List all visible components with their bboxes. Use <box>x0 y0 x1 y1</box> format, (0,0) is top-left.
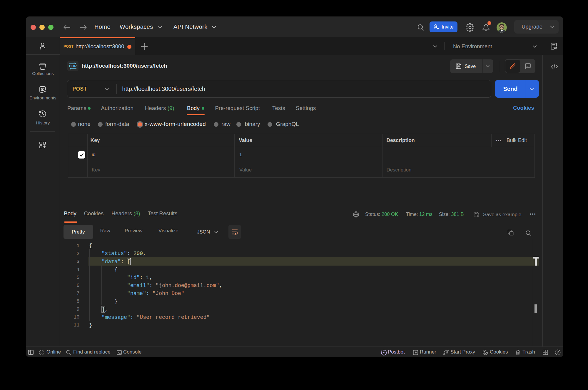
svg-text:HTTP: HTTP <box>69 64 76 68</box>
